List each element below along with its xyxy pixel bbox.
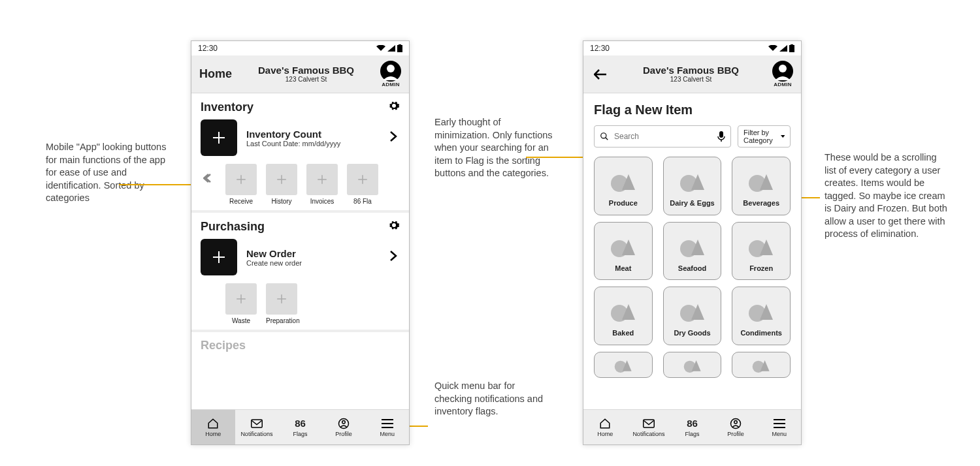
nav-menu[interactable]: Menu (757, 410, 801, 444)
signal-icon (387, 45, 395, 52)
chevron-right-icon (389, 131, 400, 145)
business-block: Dave's Famous BBQ 123 Calvert St (616, 65, 766, 84)
arrow-1 (119, 184, 197, 185)
svg-rect-4 (252, 420, 263, 427)
category-tile-baked[interactable]: Baked (594, 287, 653, 345)
placeholder-icon (744, 355, 779, 375)
chevron-left-icon[interactable] (203, 164, 216, 186)
thumb-invoices[interactable]: Invoices (306, 164, 338, 205)
new-order-row[interactable]: New Order Create new order (201, 238, 400, 278)
admin-block[interactable]: ADMIN (772, 61, 793, 87)
category-tile-frozen[interactable]: Frozen (732, 222, 791, 281)
inventory-count-sub: Last Count Date: mm/dd/yyyy (246, 140, 380, 148)
category-tile-dry-goods[interactable]: Dry Goods (663, 287, 722, 345)
business-name: Dave's Famous BBQ (616, 65, 766, 76)
mail-icon (251, 418, 263, 429)
plus-icon (201, 239, 237, 275)
annotation-3: Quick menu bar for checking notification… (434, 380, 546, 418)
category-tile-dairy-eggs[interactable]: Dairy & Eggs (663, 157, 722, 215)
filter-label: Filter by Category (743, 129, 781, 144)
placeholder-icon (675, 230, 710, 261)
thumb-waste[interactable]: Waste (225, 283, 257, 324)
svg-point-27 (734, 420, 738, 424)
nav-notifications[interactable]: Notifications (627, 410, 671, 444)
avatar-icon (772, 61, 793, 82)
annotation-4: These would be a scrolling list of every… (825, 151, 949, 241)
status-bar: 12:30 (583, 41, 801, 55)
annotation-1: Mobile "App" looking buttons for main fu… (46, 141, 173, 205)
search-input[interactable] (614, 132, 712, 141)
business-name: Dave's Famous BBQ (238, 65, 374, 76)
admin-block[interactable]: ADMIN (380, 61, 401, 87)
status-icons (768, 44, 794, 52)
category-tile-more[interactable] (663, 352, 722, 378)
nav-profile[interactable]: Profile (322, 410, 366, 444)
chevron-right-icon (389, 250, 400, 264)
status-time: 12:30 (590, 44, 610, 53)
nav-notifications[interactable]: Notifications (235, 410, 279, 444)
plus-icon (225, 283, 257, 315)
thumb-preparation[interactable]: Preparation (266, 283, 300, 324)
home-content: Inventory Inventory Count Last Count Dat… (191, 93, 409, 409)
menu-icon (774, 418, 785, 429)
nav-menu[interactable]: Menu (365, 410, 409, 444)
mic-icon[interactable] (717, 131, 725, 142)
nav-flags[interactable]: 86 Flags (670, 410, 714, 444)
category-tile-more[interactable] (594, 352, 653, 378)
category-tile-produce[interactable]: Produce (594, 157, 653, 215)
svg-point-6 (342, 420, 346, 424)
wifi-icon (768, 45, 777, 52)
placeholder-icon (675, 355, 710, 375)
nav-home[interactable]: Home (583, 410, 627, 444)
purchasing-thumbs: Waste Preparation (225, 283, 300, 324)
thumb-86-flags[interactable]: 86 Fla (347, 164, 378, 205)
svg-rect-0 (397, 45, 402, 52)
thumb-history[interactable]: History (266, 164, 297, 205)
section-title-purchasing: Purchasing (201, 220, 265, 234)
plus-icon (306, 164, 338, 195)
admin-label: ADMIN (772, 82, 793, 87)
flag-content: Flag a New Item Filter by Category Produ… (583, 93, 801, 409)
nav-profile[interactable]: Profile (714, 410, 758, 444)
phone-screen-flag-item: 12:30 Dave's Famous BBQ 123 Calvert St A… (583, 40, 802, 445)
status-bar: 12:30 (191, 41, 409, 55)
section-title-recipes: Recipes (201, 339, 246, 352)
gear-icon[interactable] (388, 100, 400, 114)
nav-flags[interactable]: 86 Flags (278, 410, 322, 444)
category-tile-more[interactable] (732, 352, 791, 378)
thumb-receive[interactable]: Receive (225, 164, 257, 205)
annotation-2: Early thought of minimization. Only func… (434, 116, 555, 180)
category-tile-condiments[interactable]: Condiments (732, 287, 791, 345)
app-header: Dave's Famous BBQ 123 Calvert St ADMIN (583, 55, 801, 93)
flags-count: 86 (295, 418, 306, 429)
category-tile-beverages[interactable]: Beverages (732, 157, 791, 215)
gear-icon[interactable] (388, 219, 400, 234)
battery-icon (789, 44, 794, 52)
home-icon (207, 418, 219, 429)
plus-icon (266, 164, 297, 195)
business-block: Dave's Famous BBQ 123 Calvert St (238, 65, 374, 84)
svg-rect-25 (644, 420, 655, 427)
placeholder-icon (606, 355, 641, 375)
svg-rect-12 (719, 131, 723, 138)
mail-icon (643, 418, 655, 429)
phone-screen-home: 12:30 Home Dave's Famous BBQ 123 Calvert… (191, 40, 410, 445)
plus-icon (201, 119, 237, 156)
back-button[interactable] (591, 65, 610, 84)
filter-dropdown[interactable]: Filter by Category (738, 125, 791, 148)
svg-point-10 (779, 65, 787, 72)
wifi-icon (376, 45, 385, 52)
category-tile-seafood[interactable]: Seafood (663, 222, 722, 281)
svg-point-3 (387, 65, 395, 72)
search-box[interactable] (594, 125, 731, 148)
placeholder-icon (744, 165, 779, 196)
svg-point-11 (601, 133, 606, 138)
category-tile-meat[interactable]: Meat (594, 222, 653, 281)
inventory-count-row[interactable]: Inventory Count Last Count Date: mm/dd/y… (201, 118, 400, 159)
home-icon (599, 418, 611, 429)
svg-rect-8 (791, 44, 793, 46)
arrow-2 (526, 157, 591, 158)
nav-home[interactable]: Home (191, 410, 235, 444)
placeholder-icon (675, 295, 710, 326)
placeholder-icon (606, 230, 641, 261)
